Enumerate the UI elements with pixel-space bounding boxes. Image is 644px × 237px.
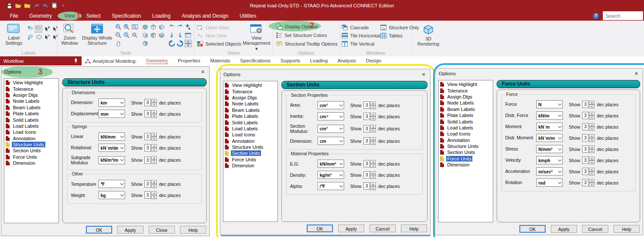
cascade-button[interactable]: Cascade [342, 24, 369, 31]
spinner-up-button[interactable]: ▲ [370, 182, 376, 186]
quick-access-dropdown-icon[interactable]: ▼ [60, 2, 67, 9]
rotate-down-right-icon[interactable] [176, 31, 184, 39]
options-list-item[interactable]: View Highlight [4, 80, 58, 86]
menu-file[interactable]: File [4, 12, 24, 20]
spinner-down-button[interactable]: ▼ [370, 175, 376, 179]
apply-button[interactable]: Apply [551, 225, 577, 233]
spinner-up-button[interactable]: ▲ [151, 144, 157, 148]
pan-icon[interactable] [115, 40, 122, 47]
options-list-item[interactable]: View Highlight [439, 81, 493, 87]
selected-objects-button[interactable]: Selected Objects [197, 40, 241, 47]
unit-combobox[interactable]: mm [98, 110, 125, 118]
workflow-tab-properties[interactable]: Properties [177, 58, 201, 64]
unit-combobox[interactable]: cm³ [317, 125, 344, 133]
zoom-in-icon[interactable] [115, 23, 122, 31]
pin-icon[interactable] [73, 58, 78, 64]
spinner-down-button[interactable]: ▼ [370, 164, 376, 168]
unit-combobox[interactable]: kN/m²/m [98, 156, 125, 164]
edit-page-icon[interactable] [51, 2, 58, 9]
3d-rendering-button[interactable]: 3D Rendering [415, 23, 441, 47]
options-list-item[interactable]: Load Labels [4, 123, 58, 129]
new-view-button[interactable]: New View [197, 32, 227, 39]
tile-horizontal-button[interactable]: Tile Horizontal [342, 32, 380, 39]
tables-button[interactable]: Tables [380, 32, 403, 39]
unit-combobox[interactable]: cm [317, 137, 344, 145]
spinner-down-button[interactable]: ▼ [151, 195, 157, 199]
menu-select[interactable]: Select [81, 12, 106, 20]
spinner-up-button[interactable]: ▲ [589, 179, 595, 183]
dynamic-zoom-icon[interactable] [131, 31, 139, 39]
options-list-item[interactable]: Dimension [223, 163, 278, 169]
menu-utilities[interactable]: Utilities [234, 12, 262, 20]
options-list-item[interactable]: Assign Dlgs [223, 95, 278, 101]
options-list-item[interactable]: Tolerance [4, 86, 58, 92]
options-list-item[interactable]: Annotation [439, 137, 493, 143]
spinner-down-button[interactable]: ▼ [151, 114, 157, 118]
zoom-previous-icon[interactable] [123, 31, 131, 39]
view-dialog-icon[interactable] [184, 31, 192, 39]
options-list-item[interactable]: Structure Units [4, 142, 58, 148]
open-folder-icon[interactable] [15, 2, 21, 9]
options-list-item[interactable]: View Highlight [223, 82, 278, 88]
workflow-tab-geometry[interactable]: Geometry [146, 58, 168, 64]
options-list-item[interactable]: Node Labels [439, 100, 493, 106]
options-list-item[interactable]: Load Icons [4, 129, 58, 135]
options-list-item[interactable]: Beam Labels [4, 105, 58, 111]
ok-button[interactable]: OK [307, 225, 333, 232]
options-list-item[interactable]: Structure Units [223, 144, 278, 150]
zoom-window-small-icon[interactable] [131, 23, 139, 31]
options-list-item[interactable]: Force Units [4, 154, 58, 160]
spinner-down-button[interactable]: ▼ [589, 127, 595, 131]
node-tag-icon[interactable] [27, 25, 34, 33]
view-management-button[interactable]: View Management ▾ [242, 22, 271, 51]
spinner-down-button[interactable]: ▼ [370, 186, 376, 190]
cancel-button[interactable]: Cancel [582, 225, 608, 233]
options-list-item[interactable]: Section Units [439, 149, 493, 155]
spinner-down-button[interactable]: ▼ [589, 105, 595, 108]
rotate-up-right-icon[interactable] [176, 23, 184, 31]
menu-analysis-and-design[interactable]: Analysis and Design [176, 12, 234, 20]
label-settings-button[interactable]: Label Settings [2, 22, 26, 46]
options-list-item[interactable]: Force Units [223, 157, 278, 163]
view-cube-right-icon[interactable] [158, 31, 165, 39]
unit-combobox[interactable]: cm⁴ [317, 112, 344, 120]
workflow-tab-specifications[interactable]: Specifications [240, 58, 271, 64]
view-cube-left-icon[interactable] [150, 31, 157, 39]
spinner-up-button[interactable]: ▲ [151, 133, 157, 137]
options-list-item[interactable]: Annotation [4, 135, 58, 142]
spinner-down-button[interactable]: ▼ [589, 116, 595, 120]
options-list-item[interactable]: Assign Dlgs [439, 94, 493, 100]
save-icon[interactable] [6, 2, 12, 9]
options-list-item[interactable]: Solid Labels [4, 117, 58, 123]
view-cube-front-icon[interactable] [158, 23, 165, 31]
spinner-down-button[interactable]: ▼ [151, 148, 157, 152]
spinner-up-button[interactable]: ▲ [589, 134, 595, 138]
plate-tag-icon[interactable] [27, 33, 34, 41]
spinner-up-button[interactable]: ▲ [370, 125, 376, 129]
pan-center-icon[interactable] [184, 40, 192, 47]
options-list-item[interactable]: Solid Labels [439, 118, 493, 124]
close-icon[interactable]: × [633, 71, 640, 77]
options-list[interactable]: View HighlightToleranceAssign DlgsNode L… [438, 80, 493, 222]
unit-combobox[interactable]: kN/mm² [317, 160, 344, 168]
solid-tag-icon[interactable] [35, 33, 43, 41]
spinner-up-button[interactable]: ▲ [589, 157, 595, 160]
add-cursor-icon[interactable] [184, 23, 192, 31]
spinner-up-button[interactable]: ▲ [589, 112, 595, 116]
options-list-item[interactable]: Assign Dlgs [4, 92, 58, 98]
options-list-item[interactable]: Load Icons [223, 132, 278, 138]
options-list-item[interactable]: Plate Labels [439, 112, 493, 118]
spinner-up-button[interactable]: ▲ [151, 156, 157, 160]
spinner-down-button[interactable]: ▼ [589, 149, 595, 153]
beam-tag-icon[interactable] [35, 25, 43, 33]
spinner-up-button[interactable]: ▲ [151, 110, 157, 114]
unit-combobox[interactable]: rad [536, 179, 563, 187]
options-list-item[interactable]: Tolerance [439, 87, 493, 93]
options-list-item[interactable]: Node Labels [223, 101, 278, 107]
unit-combobox[interactable]: kg [98, 191, 125, 199]
rotate-up-left-icon[interactable] [168, 23, 176, 31]
spinner-down-button[interactable]: ▼ [589, 183, 595, 187]
help-button[interactable]: Help [180, 226, 206, 234]
unit-combobox[interactable]: ℉ [98, 180, 125, 188]
unit-combobox[interactable]: kN/m [536, 111, 563, 120]
